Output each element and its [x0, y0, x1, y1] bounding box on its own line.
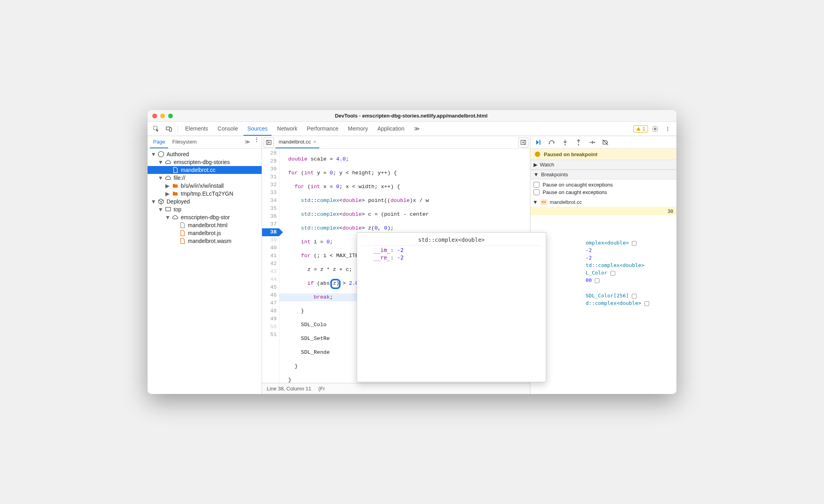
- hover-highlight-ring: [330, 279, 341, 289]
- tree-deployed[interactable]: ▼ Deployed: [148, 198, 262, 205]
- breakpoint-marker[interactable]: 38: [262, 228, 279, 236]
- tree-top[interactable]: ▼ top: [148, 205, 262, 213]
- source-panel: mandelbrot.cc × 28293031 32333435 363738…: [262, 136, 530, 394]
- svg-rect-7: [166, 207, 170, 211]
- status-bar: Line 38, Column 11 (Fr: [262, 383, 530, 394]
- file-tab-mandelbrot-cc[interactable]: mandelbrot.cc ×: [275, 136, 319, 148]
- line-gutter[interactable]: 28293031 32333435 363738 39404142 434445…: [262, 149, 279, 383]
- tree-file-html[interactable]: mandelbrot.html: [148, 221, 262, 229]
- tree-file-scheme[interactable]: ▼ file://: [148, 174, 262, 182]
- subtab-page[interactable]: Page: [150, 136, 168, 148]
- breakpoint-file-chip[interactable]: ▼<>mandelbrot.cc: [530, 198, 676, 207]
- tree-folder-tmp[interactable]: ▶ tmp/tmp.ELcTq2YGN: [148, 190, 262, 198]
- breakpoint-entry[interactable]: 38: [530, 207, 676, 215]
- tree-domain-1[interactable]: ▼ emscripten-dbg-stories: [148, 158, 262, 166]
- section-breakpoints[interactable]: ▼Breakpoints: [530, 170, 676, 179]
- deactivate-breakpoints-button[interactable]: [600, 137, 611, 147]
- svg-point-6: [667, 130, 668, 131]
- status-extra: (Fr: [318, 386, 325, 392]
- tree-authored[interactable]: ▼ Authored: [148, 150, 262, 158]
- tab-network[interactable]: Network: [273, 122, 301, 136]
- devtools-window: DevTools - emscripten-dbg-stories.netlif…: [148, 110, 676, 394]
- step-out-button[interactable]: [573, 137, 584, 147]
- close-tab-icon[interactable]: ×: [313, 139, 316, 145]
- resume-button[interactable]: [533, 137, 544, 147]
- inspect-element-icon[interactable]: [151, 123, 162, 134]
- zoom-window-button[interactable]: [168, 114, 173, 118]
- traffic-lights: [152, 114, 173, 118]
- section-watch[interactable]: ▶Watch: [530, 160, 676, 170]
- panel-tabs: Elements Console Sources Network Perform…: [148, 122, 676, 136]
- tree-folder-install[interactable]: ▶ b/s/w/ir/x/w/install: [148, 182, 262, 190]
- svg-rect-2: [170, 128, 172, 131]
- debugger-panel: Paused on breakpoint ▶Watch ▼Breakpoints…: [530, 136, 676, 394]
- warning-count: 1: [642, 126, 645, 132]
- settings-gear-icon[interactable]: [650, 123, 661, 134]
- cursor-position: Line 38, Column 11: [267, 386, 311, 392]
- tab-elements[interactable]: Elements: [181, 122, 212, 136]
- svg-point-4: [667, 127, 668, 127]
- navigator-subtabs: Page Filesystem ≫ ⋮: [148, 136, 262, 149]
- tree-file-wasm[interactable]: mandelbrot.wasm: [148, 237, 262, 245]
- paused-banner: Paused on breakpoint: [530, 149, 676, 160]
- breakpoints-body: Pause on uncaught exceptions Pause on ca…: [530, 179, 676, 198]
- window-title: DevTools - emscripten-dbg-stories.netlif…: [173, 113, 650, 119]
- macos-titlebar: DevTools - emscripten-dbg-stories.netlif…: [148, 110, 676, 122]
- svg-point-14: [594, 142, 595, 143]
- svg-point-12: [565, 144, 566, 145]
- svg-point-5: [667, 128, 668, 129]
- kebab-menu-icon[interactable]: [662, 123, 673, 134]
- value-tooltip: std::complex<double> __im_: -2 __re_: -2: [357, 232, 546, 382]
- tree-file-mandelbrot-cc[interactable]: mandelbrot.cc: [148, 166, 262, 174]
- file-tree: ▼ Authored ▼ emscripten-dbg-stories mand…: [148, 149, 262, 394]
- svg-point-11: [549, 143, 550, 144]
- svg-point-13: [578, 144, 579, 145]
- tab-sources[interactable]: Sources: [243, 122, 272, 136]
- subtab-filesystem[interactable]: Filesystem: [169, 136, 200, 148]
- tab-memory[interactable]: Memory: [344, 122, 372, 136]
- scope-list: omplex<double> -2 -2 td::complex<double>…: [530, 215, 676, 312]
- close-window-button[interactable]: [152, 114, 157, 118]
- tree-domain-2[interactable]: ▼ emscripten-dbg-stor: [148, 213, 262, 221]
- navigator-kebab-icon[interactable]: ⋮: [254, 136, 259, 148]
- toggle-device-icon[interactable]: [163, 123, 174, 134]
- warnings-badge[interactable]: 1: [633, 125, 648, 133]
- content-area: Page Filesystem ≫ ⋮ ▼ Authored ▼ emscrip…: [148, 136, 676, 394]
- toggle-navigator-icon[interactable]: [264, 137, 274, 147]
- tooltip-header: std::complex<double>: [362, 235, 541, 246]
- step-over-button[interactable]: [546, 137, 557, 147]
- tab-application[interactable]: Application: [373, 122, 408, 136]
- svg-rect-10: [539, 140, 540, 145]
- svg-point-3: [654, 128, 656, 130]
- toggle-debugger-icon[interactable]: [518, 137, 528, 147]
- code-editor[interactable]: 28293031 32333435 363738 39404142 434445…: [262, 149, 530, 383]
- minimize-window-button[interactable]: [160, 114, 165, 118]
- pause-caught-checkbox[interactable]: Pause on caught exceptions: [534, 189, 673, 196]
- open-file-tabs: mandelbrot.cc ×: [262, 136, 530, 149]
- step-into-button[interactable]: [560, 137, 571, 147]
- svg-point-15: [535, 151, 540, 157]
- debug-toolbar: [530, 136, 676, 149]
- step-button[interactable]: [586, 137, 597, 147]
- tab-overflow[interactable]: ≫: [410, 122, 424, 136]
- tab-console[interactable]: Console: [213, 122, 242, 136]
- pause-uncaught-checkbox[interactable]: Pause on uncaught exceptions: [534, 181, 673, 189]
- tab-performance[interactable]: Performance: [303, 122, 342, 136]
- tree-file-js[interactable]: mandelbrot.js: [148, 229, 262, 237]
- navigator-panel: Page Filesystem ≫ ⋮ ▼ Authored ▼ emscrip…: [148, 136, 262, 394]
- subtab-overflow[interactable]: ≫: [242, 136, 253, 148]
